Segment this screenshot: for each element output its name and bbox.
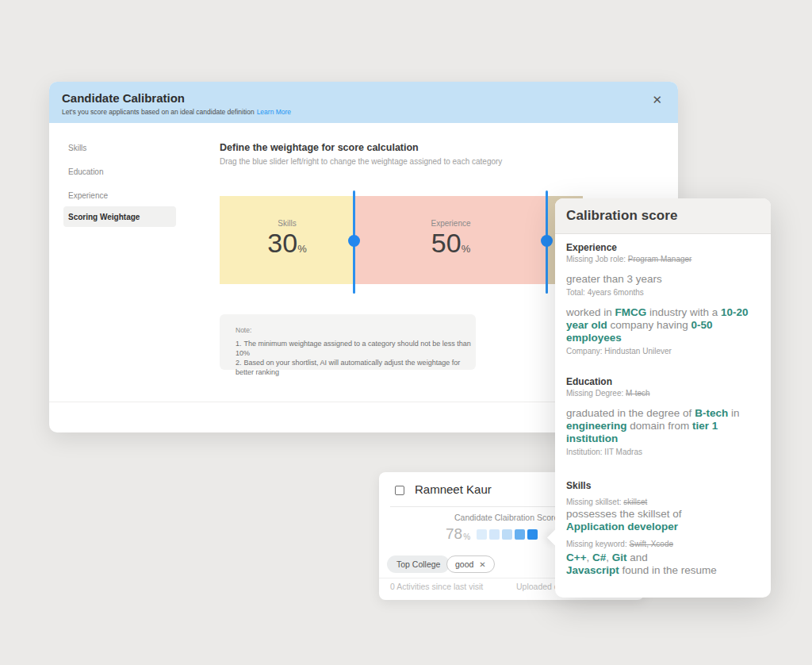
tag-good: good ✕ (446, 555, 495, 573)
skills-keywords: C++, C#, Git and Javascript found in the… (566, 552, 760, 577)
candidate-checkbox[interactable] (395, 486, 404, 495)
experience-heading: Experience (566, 242, 760, 253)
close-icon[interactable]: ✕ (652, 94, 662, 106)
tag-remove-icon[interactable]: ✕ (479, 560, 485, 569)
experience-duration: greater than 3 years (566, 273, 760, 286)
slider-segment-skills: Skills 30% (220, 196, 354, 284)
sidebar-item-label: Education (68, 167, 103, 176)
sidebar-item-scoring-weightage[interactable]: Scoring Weightage (63, 206, 176, 227)
score-square (527, 529, 538, 540)
sidebar-item-education[interactable]: Education (63, 161, 176, 182)
sidebar-item-label: Experience (68, 191, 108, 200)
modal-title: Candidate Calibration (62, 91, 185, 105)
segment-label: Experience (354, 219, 547, 228)
sidebar-item-experience[interactable]: Experience (63, 185, 176, 206)
skills-missing-skillset: Missing skillset: skillset (566, 498, 760, 506)
modal-subtitle-text: Let's you score applicants based on an i… (62, 108, 255, 116)
slider-handle-1[interactable] (348, 235, 360, 247)
score-value: 78 (446, 525, 462, 543)
modal-header: Candidate Calibration Let's you score ap… (49, 82, 678, 123)
popover-title: Calibration score (566, 208, 678, 224)
education-institution-sub: Institution: IIT Madras (566, 448, 760, 456)
score-square (477, 529, 487, 540)
experience-missing: Missing Job role: Program Manager (566, 255, 760, 263)
missing-degree-value: M-tech (626, 389, 650, 398)
calibration-score: 78 % (446, 525, 538, 543)
candidate-name: Ramneet Kaur (415, 482, 492, 496)
tag-label: good (455, 559, 473, 569)
note-items: 1.The minimum weightage assigned to a ca… (236, 339, 476, 377)
slider-segment-experience: Experience 50% (354, 196, 547, 284)
section-heading: Define the weightage for score calculati… (220, 142, 419, 153)
skills-missing-keyword: Missing keyword: Swift, Xcode (566, 540, 760, 548)
experience-company-sub: Company: Hindustan Unilever (566, 347, 760, 356)
skills-skillset: possesses the skillset of Application de… (566, 508, 760, 533)
calibration-score-popover: Calibration score Experience Missing Job… (555, 198, 771, 598)
popover-body: Experience Missing Job role: Program Man… (555, 234, 771, 577)
sidebar-item-label: Scoring Weightage (68, 213, 140, 221)
activities-text: 0 Activities since last visit (390, 582, 483, 591)
tag-label: Top College (396, 559, 440, 569)
slider-handle-2[interactable] (541, 235, 553, 247)
missing-skillset-value: skillset (623, 498, 647, 506)
education-degree: graduated in the degree of B-tech in eng… (566, 407, 760, 445)
note-box: Note: 1.The minimum weightage assigned t… (220, 314, 476, 370)
learn-more-link[interactable]: Learn More (257, 108, 291, 116)
note-item: 1.The minimum weightage assigned to a ca… (236, 339, 476, 358)
score-square (515, 529, 525, 540)
education-missing: Missing Degree: M-tech (566, 389, 760, 398)
segment-value: 50% (354, 229, 547, 258)
tag-top-college: Top College (387, 555, 450, 573)
experience-duration-sub: Total: 4years 6months (566, 288, 760, 297)
popover-header: Calibration score (555, 198, 771, 234)
score-square (502, 529, 512, 540)
segment-label: Skills (220, 219, 354, 228)
missing-keyword-value: Swift, Xcode (629, 540, 673, 548)
education-heading: Education (566, 376, 760, 387)
segment-unit: % (462, 243, 471, 255)
score-unit: % (463, 532, 470, 541)
score-square (489, 529, 500, 540)
modal-subtitle: Let's you score applicants based on an i… (62, 108, 291, 116)
note-item: 2.Based on your shortlist, AI will autom… (236, 358, 476, 377)
segment-value: 30% (220, 229, 354, 258)
experience-industry: worked in FMCG industry with a 10-20 yea… (566, 306, 760, 344)
sidebar-item-label: Skills (68, 144, 86, 152)
calibration-score-label: Candidate Claibration Score (454, 513, 558, 522)
score-squares (477, 529, 538, 540)
section-subheading: Drag the blue slider left/right to chang… (220, 157, 502, 166)
missing-job-role-value: Program Manager (628, 255, 692, 263)
sidebar-item-skills[interactable]: Skills (63, 137, 176, 158)
segment-unit: % (297, 243, 307, 255)
skills-heading: Skills (566, 480, 760, 491)
note-label: Note: (236, 326, 251, 334)
